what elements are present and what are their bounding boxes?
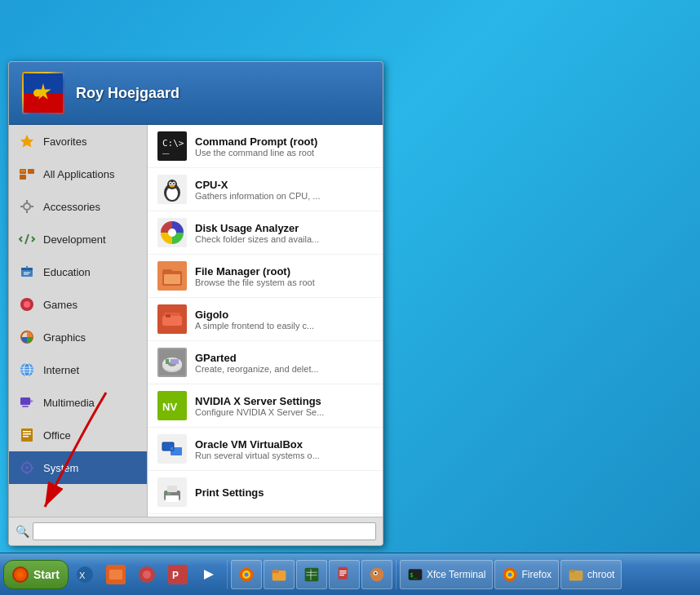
- nvidia-info: NVIDIA X Server Settings Configure NVIDI…: [195, 395, 324, 417]
- all-apps-icon: [17, 164, 37, 184]
- quicklaunch-app3[interactable]: [132, 560, 162, 589]
- svg-point-52: [170, 185, 175, 188]
- search-input[interactable]: [33, 522, 376, 540]
- sidebar-item-favorites[interactable]: Favorites: [9, 125, 147, 158]
- user-avatar: [22, 72, 64, 114]
- sidebar-all-apps-label: All Applications: [43, 168, 114, 180]
- firefox-browser-icon: [238, 566, 255, 583]
- sidebar-multimedia-label: Multimedia: [43, 397, 95, 409]
- svg-rect-94: [272, 570, 279, 573]
- sidebar-item-accessories[interactable]: Accessories: [9, 190, 147, 223]
- taskbar-item-firefox-browser[interactable]: [231, 560, 262, 589]
- svg-point-3: [33, 89, 41, 96]
- app-item-print[interactable]: Print Settings: [148, 471, 383, 514]
- sidebar-item-all-applications[interactable]: All Applications: [9, 158, 147, 190]
- print-icon: [157, 477, 187, 507]
- taskbar-item-chroot[interactable]: chroot: [560, 560, 622, 589]
- desktop: Roy Hoejgaard Favorites: [0, 0, 700, 595]
- sidebar-item-games[interactable]: Games: [9, 288, 147, 321]
- svg-rect-7: [20, 175, 26, 180]
- document-icon: [336, 566, 352, 583]
- print-info: Print Settings: [195, 486, 264, 499]
- cmdprompt-icon: _ C:\>: [157, 131, 187, 161]
- app-item-virtualbox[interactable]: Oracle VM VirtualBox Run several virtual…: [148, 428, 383, 471]
- app-item-gigolo[interactable]: Gigolo A simple frontend to easily c...: [148, 298, 383, 341]
- start-button[interactable]: Start: [3, 560, 69, 589]
- system-icon: [17, 458, 37, 477]
- taskbar-item-document[interactable]: [329, 560, 360, 589]
- sidebar-office-label: Office: [43, 429, 71, 442]
- quicklaunch-arrow[interactable]: [194, 560, 224, 589]
- files-icon: [271, 566, 287, 583]
- sidebar-item-internet[interactable]: Internet: [9, 353, 147, 386]
- cmdprompt-desc: Use the command line as root: [195, 148, 317, 158]
- svg-point-105: [374, 572, 377, 575]
- svg-point-21: [24, 301, 30, 308]
- taskbar-item-thunar[interactable]: [264, 560, 295, 589]
- gigolo-icon: [157, 304, 187, 334]
- sidebar-item-office[interactable]: Office: [9, 419, 147, 451]
- app-item-cpux[interactable]: CPU-X Gathers information on CPU, ...: [148, 168, 383, 211]
- svg-rect-32: [23, 431, 31, 433]
- taskbar-item-spreadsheet[interactable]: [296, 560, 327, 589]
- firefox-task-label: Firefox: [521, 569, 552, 580]
- app-item-cmdprompt[interactable]: _ C:\> Command Prompt (root) Use the com…: [148, 125, 383, 168]
- svg-line-14: [25, 234, 29, 244]
- svg-rect-57: [162, 269, 172, 273]
- arrow-icon: [199, 565, 219, 584]
- gparted-name: GParted: [195, 352, 319, 364]
- app-item-filemanager[interactable]: File Manager (root) Browse the file syst…: [148, 255, 383, 298]
- gigolo-desc: A simple frontend to easily c...: [195, 321, 314, 331]
- app-item-gparted[interactable]: GParted Create, reorganize, and delet...: [148, 341, 383, 384]
- svg-rect-112: [569, 570, 576, 572]
- disk-desc: Check folder sizes and availa...: [195, 234, 319, 244]
- svg-rect-30: [22, 406, 29, 407]
- svg-rect-84: [109, 570, 122, 579]
- filemanager-name: File Manager (root): [195, 265, 315, 278]
- games-icon: [17, 295, 37, 314]
- taskbar-item-gimp[interactable]: [361, 560, 392, 589]
- cmdprompt-info: Command Prompt (root) Use the command li…: [195, 135, 317, 158]
- svg-text:NV: NV: [162, 401, 177, 413]
- sidebar-item-system[interactable]: System: [9, 451, 147, 484]
- svg-rect-8: [28, 169, 34, 174]
- svg-point-50: [170, 183, 171, 184]
- svg-rect-78: [166, 495, 179, 502]
- nvidia-name: NVIDIA X Server Settings: [195, 395, 324, 407]
- app-item-disk[interactable]: Disk Usage Analyzer Check folder sizes a…: [148, 211, 383, 255]
- chroot-task-label: chroot: [587, 569, 614, 580]
- svg-point-9: [24, 203, 30, 210]
- sidebar-item-development[interactable]: Development: [9, 223, 147, 255]
- gparted-icon: [157, 348, 187, 377]
- sidebar-games-label: Games: [43, 299, 78, 311]
- svg-rect-96: [306, 571, 317, 572]
- education-icon: [17, 262, 37, 282]
- ql4-icon: P: [168, 565, 188, 584]
- sidebar-item-graphics[interactable]: Graphics: [9, 321, 147, 353]
- virtualbox-info: Oracle VM VirtualBox Run several virtual…: [195, 438, 320, 460]
- quicklaunch-app2[interactable]: [101, 560, 131, 589]
- gimp-icon: [369, 566, 385, 583]
- quicklaunch-app4[interactable]: P: [163, 560, 193, 589]
- gigolo-name: Gigolo: [195, 309, 314, 321]
- svg-rect-97: [306, 575, 317, 575]
- sidebar-item-education[interactable]: Education: [9, 255, 147, 288]
- svg-rect-28: [20, 397, 30, 405]
- menu-header: Roy Hoejgaard: [9, 62, 383, 125]
- virtualbox-desc: Run several virtual systems o...: [195, 451, 320, 460]
- app-item-nvidia[interactable]: NV NVIDIA X Server Settings Configure NV…: [148, 384, 383, 428]
- taskbar-item-xfce-terminal[interactable]: $_ Xfce Terminal: [400, 560, 493, 589]
- svg-point-92: [244, 572, 248, 576]
- menu-body: Favorites All Applications: [9, 125, 383, 517]
- filemanager-info: File Manager (root) Browse the file syst…: [195, 265, 315, 287]
- svg-rect-77: [167, 486, 177, 492]
- svg-rect-34: [23, 436, 29, 437]
- svg-rect-62: [166, 314, 171, 317]
- start-icon: [12, 566, 29, 583]
- svg-text:$_: $_: [410, 571, 418, 579]
- sidebar-accessories-label: Accessories: [43, 201, 100, 213]
- quicklaunch-xfce[interactable]: X: [70, 560, 100, 589]
- app-list: _ C:\> Command Prompt (root) Use the com…: [148, 125, 383, 517]
- taskbar-item-firefox[interactable]: Firefox: [494, 560, 559, 589]
- sidebar-item-multimedia[interactable]: Multimedia: [9, 386, 147, 419]
